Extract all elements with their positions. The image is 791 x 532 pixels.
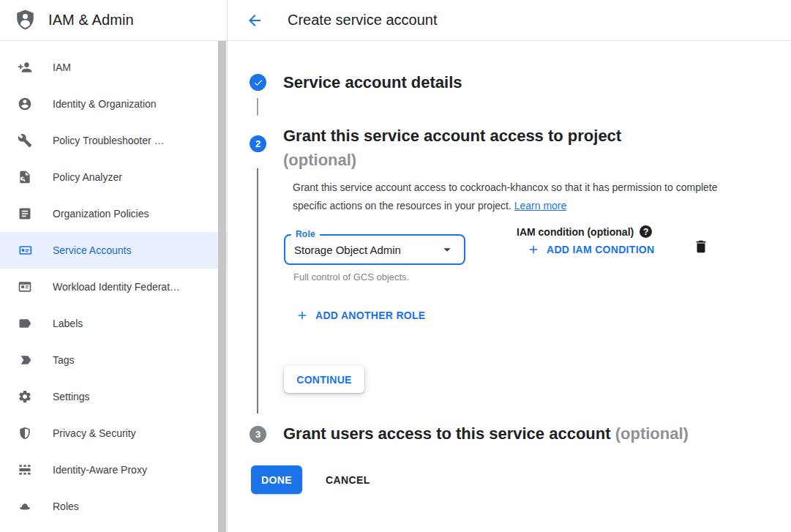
role-selected-value: Storage Object Admin <box>294 244 439 256</box>
product-title: IAM & Admin <box>48 12 134 29</box>
step2-description: Grant this service account access to coc… <box>293 179 721 215</box>
sidebar-item-privacy-security[interactable]: Privacy & Security <box>0 415 227 452</box>
cancel-button[interactable]: CANCEL <box>316 465 380 494</box>
id-card-icon <box>18 280 32 294</box>
add-another-role-label: ADD ANOTHER ROLE <box>315 310 426 321</box>
back-arrow-icon[interactable] <box>246 12 263 29</box>
sidebar-item-label: Workload Identity Federat… <box>53 281 180 293</box>
sidebar-item-roles[interactable]: Roles <box>0 488 227 525</box>
continue-button[interactable]: CONTINUE <box>284 366 364 393</box>
add-iam-condition-label: ADD IAM CONDITION <box>547 244 654 255</box>
step3-optional-label: (optional) <box>615 424 689 443</box>
delete-role-trash-icon[interactable] <box>693 239 709 255</box>
tag-icon <box>18 353 32 367</box>
shield-half-icon <box>18 426 32 441</box>
sidebar-item-label: Privacy & Security <box>53 427 136 439</box>
plus-icon <box>527 243 540 256</box>
sidebar-item-label: IAM <box>53 61 71 73</box>
step3-title-text: Grant users access to this service accou… <box>283 424 611 443</box>
sidebar-item-settings[interactable]: Settings <box>0 378 227 415</box>
gear-icon <box>18 389 32 404</box>
step-connector-line <box>257 168 258 413</box>
step2-optional-label: (optional) <box>283 148 621 172</box>
iam-condition-label: IAM condition (optional) <box>517 226 634 238</box>
sidebar-item-organization-policies[interactable]: Organization Policies <box>0 195 227 232</box>
add-iam-condition-button[interactable]: ADD IAM CONDITION <box>527 243 654 256</box>
sidebar-item-label: Identity & Organization <box>53 98 157 110</box>
role-field-label: Role <box>291 229 320 239</box>
sidebar-item-label: Labels <box>53 318 83 329</box>
sidebar-item-policy-troubleshooter[interactable]: Policy Troubleshooter … <box>0 122 227 159</box>
step2-description-text: Grant this service account access to coc… <box>293 181 718 211</box>
plus-icon <box>296 309 309 322</box>
check-icon <box>253 78 263 88</box>
step1-title: Service account details <box>283 73 462 91</box>
step3-number: 3 <box>255 429 260 440</box>
sidebar-item-label: Service Accounts <box>53 244 131 256</box>
sidebar-item-workload-identity-federat[interactable]: Workload Identity Federat… <box>0 269 227 305</box>
sidebar-item-label: Organization Policies <box>53 208 149 220</box>
help-icon[interactable]: ? <box>640 225 652 238</box>
sidebar-item-label: Policy Troubleshooter … <box>53 135 165 146</box>
step3-number-circle: 3 <box>250 426 266 443</box>
hat-icon <box>18 499 32 514</box>
wrench-icon <box>18 133 32 148</box>
sidebar-nav: IAM Identity & Organization Policy Troub… <box>0 41 228 532</box>
sidebar-item-label: Tags <box>53 354 75 366</box>
service-account-icon <box>18 243 32 258</box>
sidebar-item-label: Roles <box>53 501 79 512</box>
sidebar-item-identity-aware-proxy[interactable]: Identity-Aware Proxy <box>0 452 227 488</box>
step-connector-line <box>257 98 258 116</box>
step2-number-circle: 2 <box>250 135 266 152</box>
sidebar-header: IAM & Admin <box>0 0 228 40</box>
sidebar-scrollbar[interactable] <box>218 41 227 532</box>
page-title: Create service account <box>288 12 438 29</box>
article-icon <box>18 206 32 221</box>
dropdown-arrow-icon <box>439 241 455 258</box>
sidebar-item-labels[interactable]: Labels <box>0 305 227 342</box>
step2-title: Grant this service account access to pro… <box>283 124 621 172</box>
step3-title: Grant users access to this service accou… <box>283 424 689 443</box>
sidebar-item-label: Identity-Aware Proxy <box>53 464 147 476</box>
step1-complete-circle <box>250 74 266 91</box>
sidebar-item-tags[interactable]: Tags <box>0 342 227 378</box>
sidebar-scrollbar-thumb[interactable] <box>218 41 226 532</box>
sidebar-item-label: Policy Analyzer <box>53 171 122 183</box>
sidebar-item-iam[interactable]: IAM <box>0 49 227 86</box>
role-select[interactable]: Role Storage Object Admin <box>284 234 465 265</box>
page-header: Create service account <box>228 0 791 40</box>
done-button[interactable]: DONE <box>251 465 302 494</box>
step2-title-text: Grant this service account access to pro… <box>283 127 621 145</box>
doc-search-icon <box>18 170 32 184</box>
role-helper-text: Full control of GCS objects. <box>293 271 409 282</box>
person-add-icon <box>18 60 32 75</box>
iam-condition-block: IAM condition (optional) ? ADD IAM CONDI… <box>517 225 654 256</box>
create-service-account-form: Service account details 2 Grant this ser… <box>228 41 791 532</box>
sidebar-item-service-accounts[interactable]: Service Accounts <box>0 232 227 269</box>
account-circle-icon <box>18 97 32 111</box>
step2-number: 2 <box>255 138 260 149</box>
proxy-grid-icon <box>18 462 32 477</box>
sidebar-item-policy-analyzer[interactable]: Policy Analyzer <box>0 159 227 195</box>
label-icon <box>18 316 32 331</box>
add-another-role-button[interactable]: ADD ANOTHER ROLE <box>296 309 426 322</box>
learn-more-link[interactable]: Learn more <box>514 200 567 211</box>
sidebar-item-identity-organization[interactable]: Identity & Organization <box>0 86 227 122</box>
iam-admin-shield-icon <box>15 10 35 31</box>
sidebar-item-label: Settings <box>53 391 90 402</box>
top-header: IAM & Admin Create service account <box>0 0 791 41</box>
